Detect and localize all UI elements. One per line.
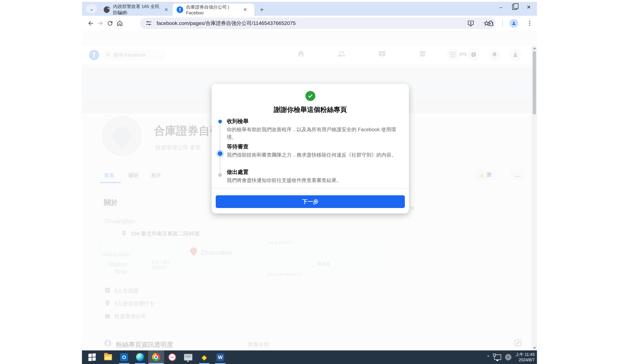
toolbar-separator (502, 20, 503, 27)
close-window-button[interactable]: ✕ (527, 4, 531, 10)
url-text: facebook.com/pages/合庫證券自強分公司/11465437665… (157, 20, 296, 27)
back-button[interactable] (86, 18, 96, 28)
new-tab-button[interactable]: + (257, 5, 266, 14)
taskbar-snipping-tool[interactable]: ✂ (164, 351, 180, 364)
step3-dot-pending (218, 173, 222, 177)
step2-title: 等待審查 (227, 143, 248, 150)
report-thanks-dialog: 謝謝你檢舉這個粉絲專頁 收到檢舉 你的檢舉有助於我們改善程序，以及為所有用戶維護… (212, 84, 409, 213)
browser-menu-kebab-icon[interactable] (525, 18, 535, 28)
scroll-down-icon[interactable] (533, 347, 536, 349)
tray-chevron-icon[interactable]: ⌃ (487, 355, 490, 360)
step-rail (220, 122, 220, 176)
taskbar-word[interactable]: W (212, 351, 228, 364)
muted-status-icon[interactable]: ✕ (505, 354, 511, 360)
address-bar[interactable]: facebook.com/pages/合庫證券自強分公司/11465437665… (140, 17, 496, 29)
page-scrollbar[interactable] (532, 46, 537, 351)
tab-title: 合庫證券自強分公司 | Faceboo (186, 4, 240, 15)
home-button[interactable] (115, 18, 125, 28)
clock-date: 2024/8/7 (515, 357, 535, 363)
folder-icon (104, 354, 112, 360)
tab-title: 內政部警政署 165 全民防騙網- (113, 3, 161, 16)
word-icon: W (216, 353, 224, 361)
window-controls: – ✕ (500, 2, 537, 13)
taskbar-chrome[interactable] (148, 351, 164, 364)
tab-close-icon[interactable]: ✕ (164, 7, 168, 13)
windows-screen: ⌄ 內政部警政署 165 全民防騙網- ✕ f 合庫證券自強分公司 | Face… (82, 2, 537, 364)
taskbar-file-explorer[interactable] (100, 351, 116, 364)
page-viewport: f 搜尋 Facebook (82, 31, 537, 351)
tab-search-button[interactable]: ⌄ (86, 4, 97, 13)
edge-icon (136, 353, 144, 361)
network-icon[interactable] (494, 354, 501, 360)
reload-button[interactable] (105, 18, 115, 28)
tab-favicon-facebook-icon: f (177, 6, 183, 13)
windows-logo-icon (89, 353, 96, 361)
site-settings-tune-icon[interactable] (144, 18, 154, 28)
taskbar-system-monitor[interactable] (180, 351, 196, 364)
browser-tab-facebook[interactable]: f 合庫證券自強分公司 | Faceboo ✕ (173, 4, 254, 16)
step1-title: 收到檢舉 (227, 117, 248, 125)
taskbar-clock[interactable]: 上午 11:43 2024/8/7 (515, 352, 535, 363)
taskbar-edge[interactable] (132, 351, 148, 364)
restore-button[interactable] (512, 4, 517, 10)
browser-toolbar: facebook.com/pages/合庫證券自強分公司/11465437665… (82, 16, 537, 31)
monitor-icon (184, 354, 193, 361)
step2-desc: 我們借助技術和審查團隊之力，務求盡快移除任何違反《社群守則》的內容。 (227, 151, 401, 159)
diamond-icon: ◆ (202, 353, 207, 361)
scrollbar-thumb[interactable] (533, 51, 536, 115)
taskbar-outlook[interactable]: O (116, 351, 132, 364)
outlook-icon: O (120, 353, 128, 361)
windows-taskbar: O ✂ ◆ W ⌃ ✕ 上午 11:43 2024/8/7 (82, 351, 537, 364)
scissors-icon: ✂ (168, 353, 176, 361)
chrome-icon (152, 353, 160, 361)
scroll-up-icon[interactable] (533, 47, 536, 49)
dialog-divider (212, 188, 409, 188)
system-tray: ⌃ ✕ 上午 11:43 2024/8/7 (487, 351, 537, 364)
browser-profile-avatar[interactable] (509, 19, 518, 28)
tab-favicon-165-icon (104, 6, 110, 13)
forward-button[interactable] (96, 18, 105, 28)
step3-desc: 我們將會盡快通知你前往支援收件匣查看審查結果。 (227, 177, 401, 184)
screenshot-root: ⌄ 內政部警政署 165 全民防騙網- ✕ f 合庫證券自強分公司 | Face… (0, 0, 618, 364)
extensions-icon[interactable] (486, 18, 496, 28)
browser-tab-165[interactable]: 內政部警政署 165 全民防騙網- ✕ (100, 4, 172, 16)
browser-tab-strip: ⌄ 內政部警政署 165 全民防騙網- ✕ f 合庫證券自強分公司 | Face… (82, 2, 537, 16)
step2-dot-active (218, 151, 222, 156)
minimize-button[interactable]: – (500, 4, 502, 10)
step1-dot-done (218, 120, 222, 123)
install-app-icon[interactable] (466, 18, 476, 28)
chevron-down-icon: ⌄ (90, 6, 94, 12)
next-step-button[interactable]: 下一步 (216, 195, 405, 208)
taskbar-gem-app[interactable]: ◆ (196, 351, 212, 364)
clock-time: 上午 11:43 (515, 352, 535, 357)
start-button[interactable] (84, 351, 100, 364)
success-check-icon (305, 91, 315, 101)
step3-title: 做出處置 (227, 169, 248, 176)
tab-close-icon[interactable]: ✕ (243, 7, 247, 13)
dialog-title: 謝謝你檢舉這個粉絲專頁 (212, 105, 409, 114)
step1-desc: 你的檢舉有助於我們改善程序，以及為所有用戶維護安全的 Facebook 使用環境… (227, 126, 401, 141)
